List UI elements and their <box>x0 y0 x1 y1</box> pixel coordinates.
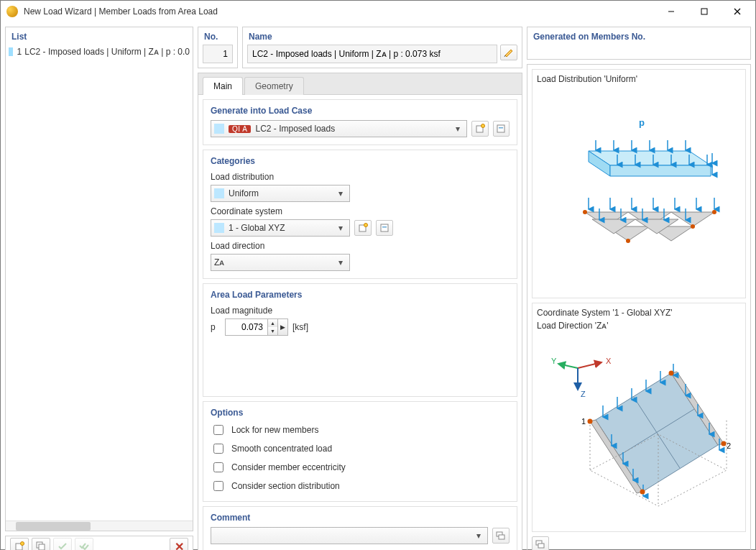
minimize-button[interactable] <box>655 1 688 22</box>
options-header: Options <box>203 402 517 421</box>
load-distribution-combo[interactable]: Uniform ▾ <box>211 185 350 202</box>
preview-bottom-image: X Y Z <box>537 334 741 527</box>
load-direction-label: Load direction <box>203 238 517 252</box>
step-up-icon[interactable]: ▲ <box>268 319 277 327</box>
main-row: List 1 LC2 - Imposed loads | Uniform | Z… <box>5 27 751 550</box>
no-input[interactable] <box>203 45 233 63</box>
generate-loadcase-header: Generate into Load Case <box>203 100 517 119</box>
svg-point-58 <box>691 224 695 229</box>
generate-loadcase-panel: Generate into Load Case QI A LC2 - Impos… <box>203 99 517 145</box>
maximize-button[interactable] <box>688 1 721 22</box>
list-item[interactable]: 1 LC2 - Imposed loads | Uniform | Zᴀ | p… <box>6 45 193 59</box>
svg-point-10 <box>481 124 484 128</box>
section-dist-label: Consider section distribution <box>231 481 340 491</box>
smooth-checkbox[interactable] <box>213 444 223 454</box>
top-row: No. Name <box>198 27 522 68</box>
left-column: List 1 LC2 - Imposed loads | Uniform | Z… <box>5 27 193 550</box>
coord-system-value: 1 - Global XYZ <box>229 223 285 233</box>
tab-geometry[interactable]: Geometry <box>244 77 304 95</box>
p-spinner[interactable]: ▲ ▼ ▶ <box>225 318 288 336</box>
svg-point-5 <box>21 542 24 546</box>
p-label: p <box>639 117 645 128</box>
copy-item-button[interactable] <box>32 538 50 550</box>
list-toolbar: ✕ <box>5 536 193 550</box>
tab-main[interactable]: Main <box>203 77 243 95</box>
load-distribution-value: Uniform <box>229 188 259 198</box>
comment-panel: Comment ▾ <box>203 506 517 550</box>
new-loadcase-button[interactable] <box>471 121 488 137</box>
client-area: List 1 LC2 - Imposed loads | Uniform | Z… <box>1 22 755 550</box>
comment-library-button[interactable] <box>492 528 510 544</box>
svg-marker-21 <box>610 165 711 176</box>
list-header: List <box>6 27 193 45</box>
coord-system-combo[interactable]: 1 - Global XYZ ▾ <box>211 219 350 237</box>
generated-members-panel: Generated on Members No. <box>527 27 751 60</box>
svg-line-59 <box>578 362 601 368</box>
preview-top-image: p <box>537 87 741 293</box>
play-icon[interactable]: ▶ <box>277 319 287 335</box>
svg-point-85 <box>588 418 593 423</box>
svg-rect-18 <box>499 535 504 539</box>
right-column: Generated on Members No. Load Distributi… <box>527 27 751 550</box>
edit-name-button[interactable] <box>500 45 517 60</box>
p-input[interactable] <box>226 319 267 335</box>
titlebar: New Load Wizard | Member Loads from Area… <box>1 1 755 22</box>
name-input[interactable] <box>247 45 497 63</box>
preview-load-distribution: Load Distribution 'Uniform' p <box>532 69 746 298</box>
load-direction-combo[interactable]: Zᴀ ▾ <box>211 254 350 271</box>
svg-text:X: X <box>606 357 612 365</box>
area-load-panel: Area Load Parameters Load magnitude p ▲ … <box>203 283 517 397</box>
coord-system-label: Coordinate system <box>203 203 517 218</box>
p-symbol: p <box>211 322 221 332</box>
delete-button[interactable]: ✕ <box>170 538 188 550</box>
preview-coord-system: Coordinate System '1 - Global XYZ' Load … <box>532 303 746 532</box>
list-panel: List 1 LC2 - Imposed loads | Uniform | Z… <box>5 27 193 531</box>
eccentricity-label: Consider member eccentricity <box>231 462 346 472</box>
chevron-down-icon: ▾ <box>335 257 346 267</box>
section-dist-checkbox[interactable] <box>213 481 223 491</box>
svg-rect-7 <box>39 544 45 550</box>
lock-checkbox[interactable] <box>213 425 223 435</box>
loadcase-value: LC2 - Imposed loads <box>255 124 335 134</box>
close-button[interactable] <box>721 1 754 22</box>
loadcase-combo[interactable]: QI A LC2 - Imposed loads ▾ <box>211 120 467 137</box>
generated-members-header: Generated on Members No. <box>527 27 750 45</box>
svg-point-14 <box>364 224 368 227</box>
eccentricity-checkbox[interactable] <box>213 462 223 472</box>
chevron-down-icon: ▾ <box>335 188 346 198</box>
list-body[interactable]: 1 LC2 - Imposed loads | Uniform | Zᴀ | p… <box>6 45 193 521</box>
area-load-header: Area Load Parameters <box>203 284 517 303</box>
chevron-down-icon: ▾ <box>335 223 346 233</box>
categories-header: Categories <box>203 150 517 169</box>
window-title: New Load Wizard | Member Loads from Area… <box>24 6 655 17</box>
accept-button <box>53 538 72 550</box>
list-color-swatch <box>9 47 13 56</box>
name-panel: Name <box>242 27 522 68</box>
load-dist-swatch <box>214 188 224 198</box>
svg-rect-92 <box>538 544 544 548</box>
new-item-button[interactable] <box>10 538 29 550</box>
list-horizontal-scrollbar[interactable] <box>6 521 193 531</box>
svg-point-57 <box>626 239 630 243</box>
step-down-icon[interactable]: ▼ <box>268 327 277 335</box>
no-panel: No. <box>198 27 238 68</box>
list-item-text: LC2 - Imposed loads | Uniform | Zᴀ | p :… <box>24 47 190 57</box>
comment-combo[interactable]: ▾ <box>211 527 488 544</box>
edit-loadcase-button[interactable] <box>493 121 510 137</box>
svg-text:1: 1 <box>581 417 586 426</box>
no-header: No. <box>198 27 237 45</box>
coord-sys-swatch <box>214 223 224 233</box>
edit-coord-system-button[interactable] <box>376 220 393 236</box>
chevron-down-icon: ▾ <box>473 531 484 541</box>
preview-options-button[interactable] <box>532 536 549 550</box>
name-header: Name <box>243 27 522 45</box>
new-coord-system-button[interactable] <box>354 220 372 236</box>
chevron-down-icon: ▾ <box>452 124 464 134</box>
svg-rect-12 <box>499 127 503 129</box>
options-panel: Options Lock for new members Smooth conc… <box>203 401 517 502</box>
svg-point-55 <box>583 210 587 214</box>
preview-top-title: Load Distribution 'Uniform' <box>537 74 741 84</box>
categories-panel: Categories Load distribution Uniform ▾ C… <box>203 150 517 279</box>
svg-rect-11 <box>497 125 504 132</box>
app-icon <box>6 6 18 17</box>
